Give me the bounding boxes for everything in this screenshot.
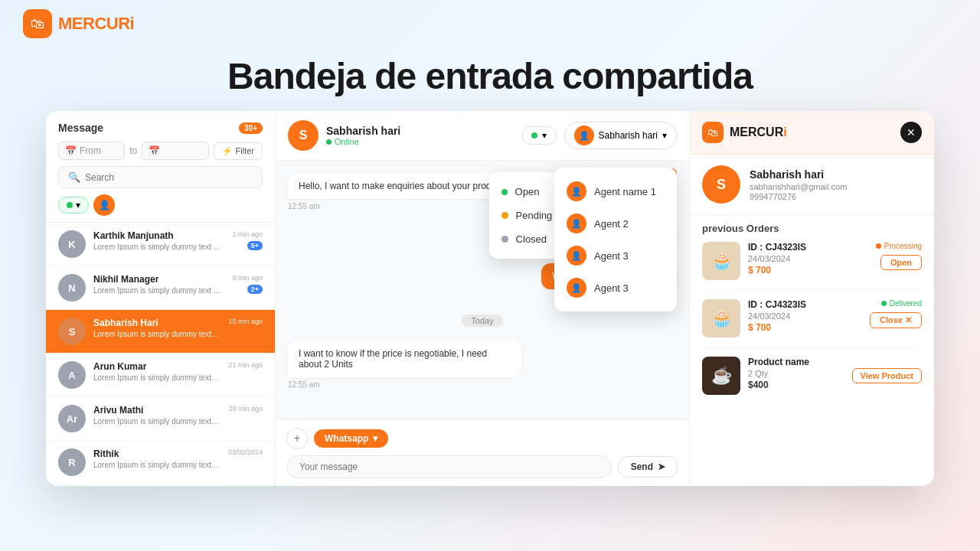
message-input[interactable] (286, 455, 612, 478)
avatar: A (58, 361, 86, 389)
logo-name: MERCUR (58, 14, 130, 33)
product-price: $400 (748, 380, 844, 390)
avatar: S (58, 318, 86, 345)
conv-preview: Lorem Ipsum is simply dummy text of the … (93, 417, 220, 425)
chevron-down-icon (76, 200, 80, 210)
logo-text: MERCURi (58, 14, 134, 34)
day-divider: Today (288, 315, 677, 327)
logo-icon: 🛍 (23, 9, 52, 38)
list-item[interactable]: K Karthik Manjunath Lorem Ipsum is simpl… (46, 223, 275, 266)
agent-dropdown[interactable]: 👤 Sabharish hari (564, 122, 677, 149)
conv-name: Nikhil Manager (93, 274, 224, 285)
search-bar: 🔍 (58, 166, 263, 188)
view-product-button[interactable]: View Product (852, 368, 922, 383)
list-item[interactable]: S Sabharish Hari Lorem Ipsum is simply d… (46, 310, 275, 354)
conv-name: Arun Kumar (93, 361, 220, 372)
product-qty: 2 Qty (748, 369, 844, 378)
page-header: 🛍 MERCURi (0, 0, 980, 47)
chat-contact-name: Sabharish hari (326, 125, 400, 137)
add-attachment-button[interactable]: + (286, 428, 308, 449)
whatsapp-channel-button[interactable]: Whatsapp ▾ (314, 429, 388, 448)
message-bubble: Hello, I want to make enquiries about yo… (288, 173, 514, 199)
message-item: I want to know if the price is negotiabl… (288, 341, 521, 389)
conv-name: Sabharish Hari (93, 318, 220, 328)
main-ui: Message 30+ 📅 From to 📅 ⚡ Filter 🔍 (46, 111, 934, 486)
mercuri-brand-name: MERCURi (730, 126, 787, 139)
customer-name: Sabharish hari (750, 168, 847, 181)
product-card: ☕ Product name 2 Qty $400 View Product (702, 357, 922, 395)
hero-title: Bandeja de entrada compartida (0, 47, 980, 111)
conv-time: 15 min ago (228, 318, 263, 325)
right-panel: 🛍 MERCURi ✕ S Sabharish hari sabharishha… (689, 111, 934, 486)
agent-item[interactable]: 👤 Agent name 1 (554, 175, 677, 207)
status-filter-btn[interactable] (58, 197, 89, 214)
conv-preview: Lorem Ipsum is simply dummy text of the … (93, 461, 220, 469)
avatar: Ar (58, 405, 86, 432)
conv-preview: Lorem Ipsum is simply dummy text of the … (93, 330, 220, 338)
mercuri-logo-icon: 🛍 (702, 122, 724, 143)
right-panel-header: 🛍 MERCURi ✕ (690, 111, 934, 155)
orders-title: previous Orders (702, 223, 922, 234)
order-id: ID : CJ4323IS (748, 299, 862, 310)
conv-preview: Lorem Ipsum is simply dummy text of the … (93, 373, 220, 382)
order-date: 24/03/2024 (748, 311, 862, 321)
chevron-down-icon: ▾ (373, 433, 377, 444)
list-item[interactable]: A Arun Kumar Lorem Ipsum is simply dummy… (46, 354, 275, 397)
sidebar-title: Message (58, 122, 103, 134)
chat-status: Online (326, 137, 400, 146)
mercuri-logo: 🛍 MERCURi (702, 122, 787, 143)
conv-name: Arivu Mathi (93, 405, 220, 416)
message-item: Hello, I want to make enquiries about yo… (288, 173, 514, 210)
filter-button[interactable]: ⚡ Filter (214, 142, 263, 160)
agent-item[interactable]: 👤 Agent 2 (554, 207, 677, 240)
search-icon: 🔍 (68, 171, 80, 183)
sidebar: Message 30+ 📅 From to 📅 ⚡ Filter 🔍 (46, 111, 276, 486)
conv-time: 29 min ago (228, 405, 263, 412)
avatar: R (58, 448, 86, 476)
message-time: 12:55 am (288, 202, 514, 210)
product-image: ☕ (702, 357, 740, 395)
send-button[interactable]: Send ➤ (618, 456, 678, 478)
close-button[interactable]: ✕ (900, 122, 922, 143)
message-bubble: I want to know if the price is negotiabl… (288, 341, 521, 377)
order-close-button[interactable]: Close ✕ (870, 312, 922, 328)
online-indicator (326, 139, 332, 145)
order-open-button[interactable]: Open (880, 255, 922, 270)
avatar: K (58, 230, 86, 258)
message-badge: 30+ (239, 122, 263, 134)
customer-phone: 9994770276 (750, 192, 847, 201)
list-item[interactable]: R Rithik Lorem Ipsum is simply dummy tex… (46, 441, 275, 484)
unread-badge: 2+ (247, 285, 263, 294)
open-status-dot (531, 132, 537, 139)
order-status-badge: Delivered (881, 299, 922, 308)
agent-avatar: 👤 (574, 126, 594, 145)
agent-item[interactable]: 👤 Agent 3 (554, 272, 677, 304)
order-id: ID : CJ4323IS (748, 242, 868, 253)
orders-section: previous Orders 🧁 ID : CJ4323IS 24/03/20… (690, 215, 934, 486)
status-dropdown[interactable] (521, 126, 557, 145)
list-item[interactable]: Ar Arivu Mathi Lorem Ipsum is simply dum… (46, 397, 275, 441)
conv-name: Karthik Manjunath (93, 230, 224, 241)
order-image: 🧁 (702, 299, 740, 337)
order-date: 24/03/2024 (748, 254, 868, 263)
date-from[interactable]: 📅 From (58, 142, 125, 160)
agent-name: Sabharish hari (599, 130, 658, 141)
chevron-down-icon (542, 130, 547, 141)
order-card: 🧁 ID : CJ4323IS 24/03/2024 $ 700 Deliver… (702, 299, 922, 347)
unread-badge: 5+ (247, 241, 263, 250)
agent-filter-btn[interactable]: 👤 (93, 194, 115, 216)
chat-avatar: S (288, 120, 318, 151)
agent-item[interactable]: 👤 Agent 3 (554, 240, 677, 272)
day-label: Today (462, 315, 502, 327)
date-to[interactable]: 📅 (142, 142, 208, 160)
conv-preview: Lorem Ipsum is simply dummy text of the … (93, 286, 224, 295)
logo: 🛍 MERCURi (23, 9, 134, 38)
product-name: Product name (748, 357, 844, 367)
list-item[interactable]: N Nikhil Manager Lorem Ipsum is simply d… (46, 266, 275, 310)
conv-time: 9 min ago (232, 274, 263, 282)
conv-preview: Lorem Ipsum is simply dummy text of the … (93, 243, 224, 251)
customer-email: sabharishhari@gmail.com (750, 182, 847, 191)
search-input[interactable] (85, 172, 253, 183)
logo-suffix: i (130, 14, 135, 33)
message-time: 12:55 am (288, 380, 521, 389)
